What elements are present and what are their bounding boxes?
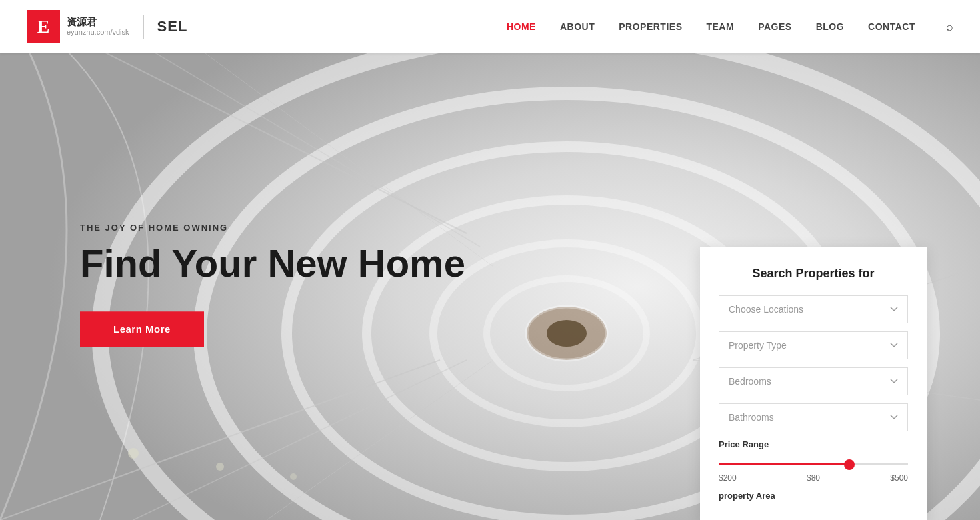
hero-subtitle: THE JOY OF HOME OWNING	[80, 223, 465, 233]
property-type-dropdown[interactable]: Property Type	[719, 331, 908, 359]
hero-content: THE JOY OF HOME OWNING Find Your New Hom…	[80, 223, 465, 347]
nav-team[interactable]: TEAM	[706, 21, 734, 32]
hero-section: E 资源君 eyunzhu.com/vdisk SEL HOME ABOUT P…	[0, 0, 980, 520]
learn-more-button[interactable]: Learn More	[80, 311, 204, 347]
location-dropdown[interactable]: Choose Locations	[719, 295, 908, 323]
nav-contact[interactable]: CONTACT	[868, 21, 915, 32]
price-slider-container	[719, 456, 908, 468]
search-panel-title: Search Properties for	[719, 267, 908, 281]
nav-pages[interactable]: PAGES	[758, 21, 791, 32]
price-range-label: Price Range	[719, 439, 908, 449]
search-icon[interactable]: ⌕	[946, 20, 953, 34]
logo-icon: E	[27, 10, 60, 43]
price-max: $500	[890, 473, 908, 483]
logo-brand: SEL	[157, 18, 188, 35]
nav-blog[interactable]: BLOG	[816, 21, 844, 32]
price-mid: $80	[807, 473, 820, 483]
hero-title: Find Your New Home	[80, 242, 465, 285]
nav-links: HOME ABOUT PROPERTIES TEAM PAGES BLOG CO…	[507, 20, 953, 34]
logo-divider	[143, 15, 144, 39]
price-values: $200 $80 $500	[719, 473, 908, 483]
navbar: E 资源君 eyunzhu.com/vdisk SEL HOME ABOUT P…	[0, 0, 980, 53]
property-area-label: property Area	[719, 491, 908, 501]
search-panel: Search Properties for Choose Locations P…	[700, 247, 927, 520]
bedrooms-dropdown[interactable]: Bedrooms	[719, 367, 908, 395]
price-range-slider[interactable]	[719, 463, 908, 465]
price-min: $200	[719, 473, 737, 483]
nav-about[interactable]: ABOUT	[560, 21, 595, 32]
logo-chinese: 资源君	[67, 16, 129, 28]
bathrooms-dropdown[interactable]: Bathrooms	[719, 403, 908, 431]
logo-area: E 资源君 eyunzhu.com/vdisk SEL	[27, 10, 187, 43]
nav-properties[interactable]: PROPERTIES	[619, 21, 682, 32]
logo-text: 资源君 eyunzhu.com/vdisk	[67, 16, 129, 37]
nav-home[interactable]: HOME	[507, 21, 536, 32]
logo-url: eyunzhu.com/vdisk	[67, 28, 129, 37]
